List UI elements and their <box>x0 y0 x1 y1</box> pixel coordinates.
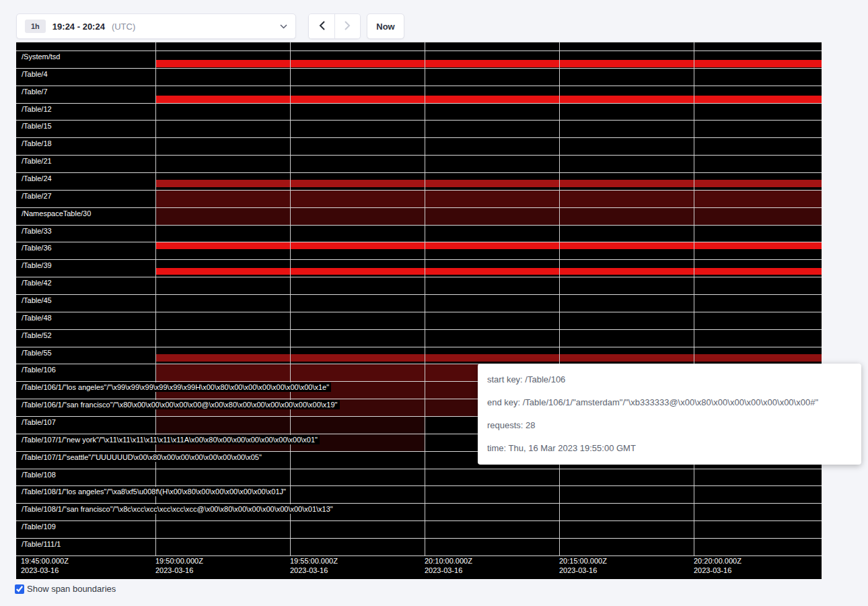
axis-tick-date: 2023-03-16 <box>290 566 338 575</box>
span-boundary-line <box>16 120 822 121</box>
span-boundary-line <box>16 312 822 312</box>
span-row-label: /Table/107/1/"seattle"/"UUUUUUD\x00\x80\… <box>22 452 264 462</box>
span-boundary-line <box>16 259 822 260</box>
time-nav-group <box>308 13 361 39</box>
heatmap-band[interactable] <box>155 207 822 225</box>
span-boundary-line <box>16 103 822 104</box>
time-gridline <box>559 42 560 556</box>
span-boundary-line <box>16 86 822 86</box>
axis-tick-date: 2023-03-16 <box>559 566 607 575</box>
heatmap-band[interactable] <box>155 180 822 187</box>
span-boundary-line <box>16 329 822 330</box>
x-axis-tick: 20:15:00.000Z2023-03-16 <box>559 556 607 575</box>
span-row-label: /Table/106 <box>22 365 58 374</box>
span-row-label: /Table/4 <box>22 69 50 79</box>
span-tooltip: start key: /Table/106 end key: /Table/10… <box>478 364 861 465</box>
span-boundary-line <box>16 50 822 51</box>
span-boundary-line <box>16 137 822 138</box>
x-axis-tick: 19:55:00.000Z2023-03-16 <box>290 556 338 575</box>
span-boundary-line <box>16 520 822 521</box>
time-range-label: 19:24 - 20:24 <box>52 22 105 32</box>
x-axis-tick: 19:50:00.000Z2023-03-16 <box>155 556 203 575</box>
span-row-label: /Table/21 <box>22 156 54 166</box>
chevron-left-icon <box>319 21 325 32</box>
heatmap-band[interactable] <box>155 96 822 103</box>
span-row-label: /Table/108/1/"san francisco"/"\x8c\xcc\x… <box>22 504 335 514</box>
next-time-button[interactable] <box>334 14 360 38</box>
span-boundary-line <box>16 207 822 208</box>
span-boundary-line <box>16 347 822 347</box>
span-row-label: /Table/55 <box>22 348 54 358</box>
span-boundary-line <box>16 190 822 191</box>
span-boundary-line <box>16 503 822 504</box>
span-row-label: /System/tsd <box>22 52 62 61</box>
span-row-label: /Table/39 <box>22 261 54 270</box>
now-button[interactable]: Now <box>367 13 404 39</box>
span-boundary-line <box>16 68 822 69</box>
span-boundary-line <box>16 172 822 173</box>
tooltip-time: time: Thu, 16 Mar 2023 19:55:00 GMT <box>487 442 852 455</box>
span-row-label: /Table/109 <box>22 522 58 531</box>
span-row-label: /Table/12 <box>22 104 54 114</box>
chevron-right-icon <box>345 21 351 32</box>
span-row-label: /Table/106/1/"los angeles"/"\x99\x99\x99… <box>22 382 331 392</box>
span-row-label: /Table/33 <box>22 226 54 236</box>
span-row-label: /Table/108 <box>22 470 58 479</box>
axis-tick-time: 20:15:00.000Z <box>559 556 607 566</box>
span-row-label: /Table/27 <box>22 191 54 201</box>
tooltip-requests: requests: 28 <box>487 419 852 432</box>
span-boundary-line <box>16 225 822 226</box>
axis-tick-time: 19:55:00.000Z <box>290 556 338 566</box>
span-row-label: /Table/111/1 <box>22 539 63 549</box>
span-boundary-line <box>16 242 822 242</box>
span-row-label: /Table/15 <box>22 121 54 131</box>
span-row-label: /Table/106/1/"san francisco"/"\x80\x00\x… <box>22 400 340 409</box>
span-row-label: /Table/24 <box>22 174 54 183</box>
show-span-boundaries-checkbox[interactable] <box>15 584 24 594</box>
heatmap-band[interactable] <box>155 60 822 67</box>
axis-tick-time: 19:50:00.000Z <box>155 556 203 566</box>
span-row-label: /Table/48 <box>22 313 54 323</box>
x-axis-tick: 19:45:00.000Z2023-03-16 <box>21 556 69 575</box>
span-boundary-line <box>16 469 822 469</box>
span-row-label: /Table/18 <box>22 139 54 148</box>
axis-tick-time: 20:10:00.000Z <box>425 556 472 566</box>
span-boundary-line <box>16 485 822 486</box>
time-range-select[interactable]: 1h 19:24 - 20:24 (UTC) <box>16 13 296 39</box>
timezone-label: (UTC) <box>112 22 135 32</box>
tooltip-start-key: start key: /Table/106 <box>487 373 852 386</box>
span-row-label: /Table/52 <box>22 331 54 340</box>
span-row-label: /Table/42 <box>22 278 54 288</box>
time-gridline <box>425 42 425 556</box>
duration-badge: 1h <box>25 20 46 33</box>
time-gridline <box>155 42 156 556</box>
span-row-label: /Table/107 <box>22 417 58 427</box>
heatmap-band[interactable] <box>155 354 822 362</box>
axis-tick-time: 19:45:00.000Z <box>21 556 69 566</box>
tooltip-end-key: end key: /Table/106/1/"amsterdam"/"\xb33… <box>487 396 852 409</box>
span-row-label: /Table/108/1/"los angeles"/"\xa8\xf5\u00… <box>22 487 288 496</box>
axis-tick-time: 20:20:00.000Z <box>694 556 742 566</box>
show-span-boundaries-label: Show span boundaries <box>27 584 116 594</box>
key-visualizer-heatmap[interactable]: /System/tsd/Table/4/Table/7/Table/12/Tab… <box>16 42 822 579</box>
chevron-down-icon <box>280 24 287 29</box>
span-boundary-line <box>16 155 822 156</box>
time-gridline <box>290 42 291 556</box>
heatmap-band[interactable] <box>155 242 822 249</box>
axis-tick-date: 2023-03-16 <box>694 566 742 575</box>
x-axis-tick: 20:10:00.000Z2023-03-16 <box>425 556 472 575</box>
span-row-label: /NamespaceTable/30 <box>22 209 93 218</box>
span-row-label: /Table/36 <box>22 243 54 252</box>
span-row-label: /Table/45 <box>22 296 54 305</box>
span-boundary-line <box>16 538 822 539</box>
span-boundary-line <box>16 42 822 42</box>
axis-tick-date: 2023-03-16 <box>155 566 203 575</box>
heatmap-band[interactable] <box>155 190 822 207</box>
x-axis-tick: 20:20:00.000Z2023-03-16 <box>694 556 742 575</box>
heatmap-band[interactable] <box>155 268 822 275</box>
span-row-label: /Table/107/1/"new york"/"\x11\x11\x11\x1… <box>22 435 320 444</box>
prev-time-button[interactable] <box>309 14 334 38</box>
span-boundary-line <box>16 277 822 277</box>
footer: Show span boundaries <box>15 584 116 594</box>
axis-tick-date: 2023-03-16 <box>21 566 69 575</box>
